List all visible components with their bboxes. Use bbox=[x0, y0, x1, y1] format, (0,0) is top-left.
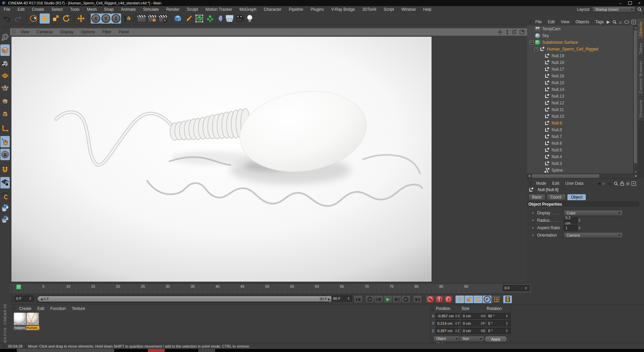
am-new-panel-icon[interactable]: + bbox=[632, 181, 636, 186]
lock-icon[interactable] bbox=[620, 181, 624, 186]
dock-tab[interactable]: Structure bbox=[637, 97, 644, 121]
tree-row[interactable]: Null.12 bbox=[527, 100, 633, 106]
om-menu-item[interactable]: View bbox=[558, 19, 572, 25]
coordinate-field[interactable]: 0 cm bbox=[461, 313, 485, 319]
expander-icon[interactable] bbox=[530, 41, 533, 44]
viewport-menu-item[interactable]: Panel bbox=[115, 29, 133, 35]
tree-row[interactable]: Null.14 bbox=[527, 86, 633, 93]
menu-overflow-icon[interactable]: ▶ bbox=[607, 20, 610, 24]
add-environment-button[interactable] bbox=[225, 13, 235, 24]
menu-item[interactable]: Select bbox=[48, 6, 66, 13]
menu-item[interactable]: Motion Tracker bbox=[202, 6, 236, 13]
add-spline-pen-button[interactable] bbox=[184, 13, 194, 24]
timeline-ruler[interactable]: 051015202530354045505560657075808590 0 F bbox=[10, 283, 531, 294]
move-tool[interactable] bbox=[40, 13, 50, 24]
taskbar-item[interactable] bbox=[198, 349, 215, 352]
viewport-grip[interactable] bbox=[12, 29, 15, 35]
tree-row[interactable]: Spline bbox=[527, 167, 633, 174]
coordinate-field[interactable]: 90 ° bbox=[486, 313, 511, 319]
maximize-button[interactable] bbox=[625, 0, 635, 6]
tree-row[interactable]: Null.13 bbox=[527, 93, 633, 100]
preview-range-slider[interactable]: ◀ 0 F 90 F ▶ bbox=[37, 295, 329, 303]
animation-dot-icon[interactable] bbox=[531, 226, 535, 230]
menu-item[interactable]: Window bbox=[398, 6, 419, 13]
tree-row[interactable]: Null.11 bbox=[527, 106, 633, 113]
layout-dropdown[interactable]: Startup (User) bbox=[592, 6, 635, 12]
am-menu-item[interactable]: Edit bbox=[549, 180, 562, 187]
python-icon[interactable] bbox=[0, 202, 10, 213]
tree-row[interactable]: Null.7 bbox=[527, 133, 633, 140]
play-backwards-loop-button[interactable] bbox=[365, 295, 374, 304]
render-settings-button[interactable] bbox=[158, 13, 168, 24]
pan-view-icon[interactable] bbox=[497, 30, 502, 35]
tree-row[interactable]: Null.9 bbox=[527, 120, 633, 127]
add-subdivision-surface-button[interactable] bbox=[194, 13, 204, 24]
current-frame-spinner[interactable]: 0 F bbox=[14, 295, 34, 302]
live-selection-tool[interactable] bbox=[29, 13, 39, 24]
attribute-tab[interactable]: Object bbox=[567, 194, 586, 201]
step-forward-button[interactable] bbox=[392, 295, 402, 304]
tree-row[interactable]: Human_Sperm_Cell_Rigged bbox=[527, 46, 633, 52]
viewport-canvas[interactable] bbox=[11, 36, 432, 282]
play-forwards-loop-button[interactable] bbox=[401, 295, 411, 304]
range-end-spinner[interactable]: 90 F bbox=[331, 295, 352, 302]
minimize-button[interactable]: – bbox=[616, 0, 625, 6]
goto-start-button[interactable] bbox=[354, 295, 363, 304]
close-button[interactable]: × bbox=[635, 0, 644, 6]
planar-workplane-button[interactable] bbox=[0, 190, 10, 201]
make-editable-button[interactable] bbox=[0, 32, 10, 43]
menu-item[interactable]: 3DToAll bbox=[359, 6, 380, 13]
workplane-button[interactable] bbox=[0, 71, 10, 81]
magnet-tool-button[interactable] bbox=[0, 164, 10, 176]
material-thumbnail[interactable] bbox=[13, 312, 27, 325]
workplane-lock-button[interactable] bbox=[0, 177, 10, 188]
tree-row[interactable]: Null.16 bbox=[527, 73, 633, 79]
material-menu-item[interactable]: Create bbox=[16, 305, 34, 312]
navigate-icon[interactable]: ▲ bbox=[608, 181, 612, 186]
om-search-icon[interactable] bbox=[612, 20, 617, 24]
viewport-menu-item[interactable]: Display bbox=[56, 29, 77, 35]
tree-row[interactable]: TempCam bbox=[527, 26, 633, 32]
om-grip[interactable] bbox=[529, 20, 531, 24]
commander-search-icon[interactable] bbox=[637, 7, 642, 12]
menu-item[interactable]: Help bbox=[419, 6, 435, 13]
history-forward-icon[interactable]: ▶ bbox=[602, 181, 605, 186]
menu-item[interactable]: Pipeline bbox=[285, 6, 307, 13]
property-spinner[interactable]: 1 bbox=[564, 225, 580, 231]
property-dropdown[interactable]: Camera bbox=[564, 232, 623, 238]
add-cube-button[interactable] bbox=[173, 13, 183, 24]
mat-grip[interactable] bbox=[12, 306, 15, 311]
coordinate-field[interactable]: 0.397 cm bbox=[436, 328, 460, 334]
last-used-tool[interactable] bbox=[76, 13, 86, 24]
om-menu-item[interactable]: Tags bbox=[592, 19, 607, 25]
tree-row[interactable]: Null.18 bbox=[527, 59, 633, 66]
taskbar-item[interactable] bbox=[148, 349, 165, 352]
animation-palette-toggle[interactable] bbox=[503, 295, 512, 304]
menu-item[interactable]: File bbox=[0, 6, 14, 13]
key-scale-toggle[interactable] bbox=[464, 295, 474, 304]
menu-item[interactable]: V-Ray Bridge bbox=[327, 6, 359, 13]
coordinate-field[interactable]: 0 cm bbox=[461, 328, 485, 334]
history-back-icon[interactable]: ◀ bbox=[597, 181, 600, 186]
material-menu-item[interactable]: Edit bbox=[34, 305, 47, 312]
dock-tab[interactable]: Content Browser bbox=[637, 58, 644, 97]
palette-grip[interactable] bbox=[1, 25, 9, 29]
add-volume-object-button[interactable] bbox=[215, 13, 225, 24]
am-menu-item[interactable]: User Data bbox=[562, 180, 587, 187]
tree-row[interactable]: Null.17 bbox=[527, 66, 633, 73]
menu-item[interactable]: Plugins bbox=[307, 6, 327, 13]
frame-field[interactable]: 0 F bbox=[503, 285, 530, 291]
preview-range-bar[interactable]: ◀ 0 F 90 F ▶ bbox=[38, 296, 333, 302]
coordinate-field[interactable]: -0.857 cm bbox=[436, 313, 460, 319]
apply-button[interactable]: Apply bbox=[484, 336, 507, 342]
step-backward-button[interactable] bbox=[374, 295, 384, 304]
dock-tab[interactable]: Takes bbox=[637, 40, 644, 58]
polygons-mode-button[interactable] bbox=[0, 108, 10, 120]
attribute-tab[interactable]: Basic bbox=[528, 194, 546, 201]
coordinate-mode-dropdown[interactable]: Object (Rel) bbox=[433, 336, 460, 342]
material-helpers[interactable]: helpers bbox=[13, 312, 27, 330]
menu-item[interactable]: Character bbox=[260, 6, 285, 13]
section-header[interactable]: Object Properties bbox=[527, 201, 639, 207]
om-menu-item[interactable]: File bbox=[532, 19, 545, 25]
lock-x-axis-button[interactable]: X bbox=[91, 13, 101, 24]
